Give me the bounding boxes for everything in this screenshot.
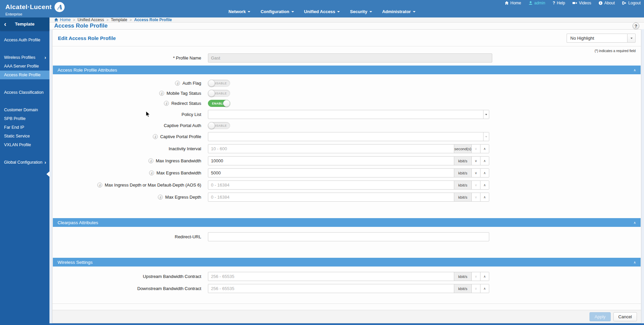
breadcrumb-unified-access[interactable]: Unified Access xyxy=(77,17,104,22)
required-field-note: (*) indicates a required field xyxy=(52,46,641,53)
sidebar-item-access-classification[interactable]: Access Classification xyxy=(0,88,49,97)
page-help-icon[interactable]: ? xyxy=(633,23,639,29)
utility-logout[interactable]: Logout xyxy=(622,1,641,5)
section-wireless-header: Wireless Settings ∧ xyxy=(53,258,641,267)
decrement-button[interactable]: ∨ xyxy=(471,272,480,281)
utility-about[interactable]: About xyxy=(599,1,615,5)
breadcrumb-home[interactable]: Home xyxy=(54,17,71,22)
captive-portal-profile-select-group xyxy=(208,132,489,141)
nav-security[interactable]: Security xyxy=(350,9,372,14)
info-icon: i xyxy=(175,81,180,86)
breadcrumb-template[interactable]: Template xyxy=(111,17,128,22)
auth-flag-toggle[interactable]: DISABLE xyxy=(208,80,230,87)
home-icon xyxy=(505,1,509,5)
upstream-bandwidth-input[interactable] xyxy=(208,272,454,281)
inactivity-interval-input[interactable] xyxy=(208,145,454,153)
captive-portal-profile-select[interactable] xyxy=(208,132,483,141)
max-ingress-bandwidth-input[interactable] xyxy=(208,157,454,165)
utility-admin[interactable]: admin xyxy=(529,1,545,5)
page-title-bar: Access Role Profile ? xyxy=(49,23,644,29)
decrement-button[interactable]: ∨ xyxy=(471,145,480,153)
utility-videos[interactable]: Videos xyxy=(572,1,591,5)
increment-button[interactable]: ∧ xyxy=(480,181,489,189)
profile-name-row: * Profile Name xyxy=(52,53,641,63)
downstream-bandwidth-input[interactable] xyxy=(208,284,454,293)
breadcrumb: Home > Unified Access > Template > Acces… xyxy=(49,17,644,23)
cancel-button[interactable]: Cancel xyxy=(613,312,637,321)
max-egress-depth-input[interactable] xyxy=(208,193,454,201)
collapse-section-icon[interactable]: ∧ xyxy=(634,68,636,72)
sidebar-item-spb-profile[interactable]: SPB Profile xyxy=(0,114,49,123)
chevron-right-icon: › xyxy=(44,55,46,60)
increment-button[interactable]: ∧ xyxy=(480,272,489,281)
form-footer: Apply Cancel xyxy=(52,310,641,323)
decrement-button[interactable]: ∨ xyxy=(471,181,480,189)
highlight-select[interactable]: No Highlight xyxy=(567,34,627,43)
sidebar-item-global-configuration[interactable]: Global Configuration› xyxy=(0,158,49,167)
sidebar-item-access-auth-profile[interactable]: Access Auth Profile xyxy=(0,36,49,44)
utility-home[interactable]: Home xyxy=(505,1,521,5)
unit-label: kbit/s xyxy=(454,193,471,201)
decrement-button[interactable]: ∨ xyxy=(471,157,480,165)
increment-button[interactable]: ∧ xyxy=(480,169,489,177)
sidebar-header: ‹ Template xyxy=(0,17,49,30)
home-icon xyxy=(54,18,58,22)
highlight-dropdown-button[interactable] xyxy=(627,34,636,43)
user-icon xyxy=(529,1,533,5)
sidebar-item-static-service[interactable]: Static Service xyxy=(0,132,49,140)
nav-administrator[interactable]: Administrator xyxy=(382,9,416,14)
apply-button[interactable]: Apply xyxy=(589,312,611,321)
sidebar-item-customer-domain[interactable]: Customer Domain xyxy=(0,106,49,114)
sidebar-title: Template xyxy=(0,22,49,27)
policy-list-select[interactable] xyxy=(208,110,483,119)
chevron-down-icon xyxy=(291,11,294,12)
profile-name-input[interactable] xyxy=(208,53,492,63)
redirect-status-row: iRedirect Status ENABLE xyxy=(52,100,641,107)
policy-list-row: Policy List xyxy=(52,110,641,119)
chevron-down-icon xyxy=(631,38,633,39)
max-egress-bandwidth-input[interactable] xyxy=(208,169,454,177)
nav-unified-access[interactable]: Unified Access xyxy=(304,9,340,14)
sidebar-item-wireless-profiles[interactable]: Wireless Profiles› xyxy=(0,53,49,62)
collapse-section-icon[interactable]: ∧ xyxy=(634,221,636,225)
captive-portal-auth-row: Captive Portal Auth DISABLE xyxy=(52,122,641,129)
sidebar-item-far-end-ip[interactable]: Far End IP xyxy=(0,123,49,132)
nav-network[interactable]: Network xyxy=(228,9,250,14)
downstream-bandwidth-row: Downstream Bandwidth Contract kbit/s ∨ ∧ xyxy=(52,284,641,293)
section-clearpass-header: Clearpass Attributes ∧ xyxy=(53,218,641,227)
info-icon: i xyxy=(159,91,164,96)
redirect-url-input[interactable] xyxy=(208,232,489,241)
toggle-knob xyxy=(223,100,230,107)
sidebar-item-aaa-server-profile[interactable]: AAA Server Profile xyxy=(0,62,49,71)
profile-name-label: * Profile Name xyxy=(173,55,201,60)
max-ingress-depth-input[interactable] xyxy=(208,181,454,189)
mobile-tag-status-toggle[interactable]: DISABLE xyxy=(208,90,230,97)
sidebar-item-access-role-profile[interactable]: Access Role Profile xyxy=(0,71,49,79)
decrement-button[interactable]: ∨ xyxy=(471,193,480,201)
utility-help[interactable]: ? Help xyxy=(552,1,565,5)
decrement-button[interactable]: ∨ xyxy=(471,284,480,293)
redirect-status-toggle[interactable]: ENABLE xyxy=(208,100,230,107)
section-attributes-header: Access Role Profile Attributes ∧ xyxy=(53,66,641,74)
back-chevron-icon[interactable]: ‹ xyxy=(4,21,6,27)
highlight-select-group: No Highlight xyxy=(567,34,636,43)
decrement-button[interactable]: ∨ xyxy=(471,169,480,177)
captive-portal-profile-dropdown-button[interactable] xyxy=(483,132,489,141)
increment-button[interactable]: ∧ xyxy=(480,193,489,201)
policy-list-dropdown-button[interactable] xyxy=(483,110,489,119)
auth-flag-row: iAuth Flag DISABLE xyxy=(52,80,641,87)
increment-button[interactable]: ∧ xyxy=(480,145,489,153)
increment-button[interactable]: ∧ xyxy=(480,284,489,293)
captive-portal-auth-toggle[interactable]: DISABLE xyxy=(208,122,230,129)
max-egress-depth-group: kbit/s ∨ ∧ xyxy=(208,193,489,202)
nav-configuration[interactable]: Configuration xyxy=(260,9,294,14)
increment-button[interactable]: ∧ xyxy=(480,157,489,165)
inactivity-interval-row: Inactivity Interval second(s) ∨ ∧ xyxy=(52,144,641,153)
info-icon: i xyxy=(149,170,154,175)
sidebar-collapse-handle[interactable] xyxy=(46,171,49,177)
sidebar-item-vxlan-profile[interactable]: VXLAN Profile xyxy=(0,140,49,149)
max-ingress-bandwidth-row: iMax Ingress Bandwidth kbit/s ∨ ∧ xyxy=(52,156,641,165)
logout-icon xyxy=(622,1,627,5)
chevron-down-icon xyxy=(485,136,487,137)
collapse-section-icon[interactable]: ∧ xyxy=(634,260,636,264)
